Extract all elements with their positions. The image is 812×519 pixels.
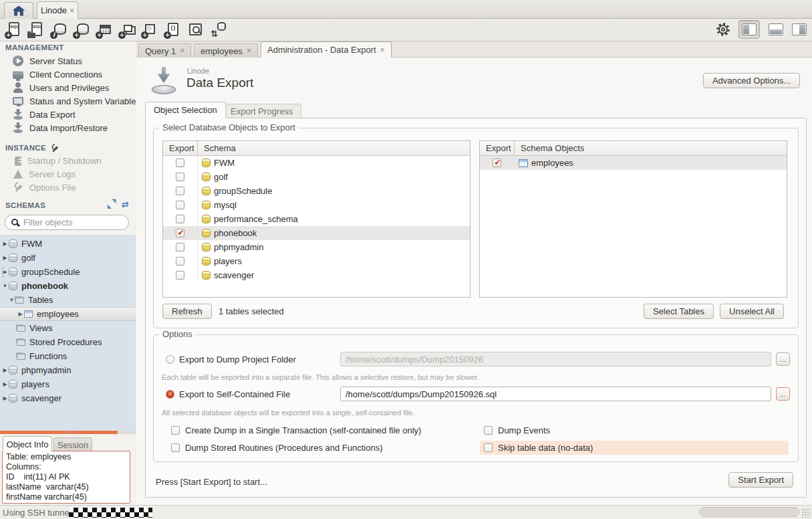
option-checkbox[interactable]: [171, 426, 180, 435]
tree-expand-arrow[interactable]: ▶: [17, 311, 24, 317]
export-checkbox[interactable]: [176, 201, 184, 209]
export-checkbox[interactable]: [176, 215, 184, 223]
tree-item[interactable]: ▶ golf: [0, 251, 136, 265]
sidebar-item-data-export[interactable]: Data Export: [0, 108, 136, 121]
create-schema-icon[interactable]: [73, 21, 91, 39]
schema-row[interactable]: mysql: [163, 198, 470, 212]
sidebar-splitter-grip[interactable]: [2, 268, 4, 278]
option-checkbox-row: Create Dump in a Single Transaction (sel…: [167, 423, 480, 437]
create-view-icon[interactable]: [118, 21, 136, 39]
tree-item[interactable]: ▶ groupSchedule: [0, 265, 136, 279]
schema-row[interactable]: players: [163, 254, 470, 268]
close-icon[interactable]: ×: [70, 6, 74, 15]
schema-row[interactable]: FWM: [163, 156, 470, 170]
tree-item[interactable]: Views: [0, 321, 136, 335]
tree-expand-arrow[interactable]: ▶: [1, 395, 9, 401]
editor-tab[interactable]: Query 1×: [138, 43, 191, 58]
tree-item[interactable]: ▶ scavenger: [0, 391, 136, 405]
export-checkbox[interactable]: [176, 229, 184, 237]
editor-tab[interactable]: Administration - Data Export×: [261, 41, 392, 58]
tab-export-progress[interactable]: Export Progress: [222, 104, 301, 118]
schema-row[interactable]: golf: [163, 170, 470, 184]
new-sql-tab-icon[interactable]: [5, 21, 23, 39]
schema-inspector-icon[interactable]: [50, 21, 68, 39]
option-checkbox[interactable]: [484, 426, 493, 435]
export-checkbox[interactable]: [176, 243, 184, 251]
toggle-left-panel-button[interactable]: [738, 20, 760, 39]
select-tables-button[interactable]: Select Tables: [644, 304, 714, 319]
sidebar-item-server-logs[interactable]: Server Logs: [0, 167, 136, 181]
export-checkbox[interactable]: [176, 257, 184, 266]
sidebar-item-startup-shutdown[interactable]: Startup / Shutdown: [0, 154, 136, 167]
toggle-bottom-panel-button[interactable]: [769, 23, 783, 35]
reconnect-dbms-icon[interactable]: ⇅: [209, 21, 227, 39]
sidebar-item-status-variables[interactable]: Status and System Variables: [0, 94, 136, 108]
tab-session[interactable]: Session: [53, 437, 92, 451]
main-area: Query 1×employees×Administration - Data …: [136, 41, 812, 505]
refresh-button[interactable]: Refresh: [162, 304, 212, 319]
unselect-all-button[interactable]: Unselect All: [720, 304, 784, 319]
startup-shutdown-icon: [15, 157, 21, 166]
home-tab[interactable]: [4, 2, 33, 19]
connection-tab[interactable]: Linode ×: [37, 1, 78, 19]
tab-object-selection[interactable]: Object Selection: [145, 102, 226, 118]
window-resize-grip[interactable]: [801, 508, 811, 518]
create-function-icon[interactable]: [164, 21, 182, 39]
object-row[interactable]: employees: [480, 156, 787, 170]
search-table-data-icon[interactable]: [186, 21, 205, 39]
create-procedure-icon[interactable]: [141, 21, 159, 39]
sidebar-item-users-privileges[interactable]: Users and Privileges: [0, 81, 136, 94]
dump-folder-path-input[interactable]: [340, 352, 771, 367]
create-table-icon[interactable]: [96, 21, 114, 39]
export-checkbox[interactable]: [493, 159, 501, 167]
tree-expand-arrow[interactable]: ▼: [1, 283, 9, 289]
tree-expand-arrow[interactable]: ▼: [8, 297, 15, 303]
tree-item[interactable]: Stored Procedures: [0, 335, 136, 349]
close-icon[interactable]: ×: [180, 46, 184, 56]
tree-expand-arrow[interactable]: ▶: [1, 241, 9, 247]
export-checkbox[interactable]: [176, 159, 184, 167]
start-export-button[interactable]: Start Export: [728, 472, 793, 488]
expand-schemas-icon[interactable]: [108, 200, 116, 209]
dump-folder-browse-button[interactable]: ...: [776, 352, 790, 366]
tree-item[interactable]: ▶ employees: [0, 307, 136, 321]
tree-item[interactable]: ▶ phpmyadmin: [0, 363, 136, 377]
filter-objects-input[interactable]: [23, 217, 110, 227]
option-checkbox[interactable]: [484, 443, 493, 452]
tree-item[interactable]: ▼ Tables: [0, 293, 136, 307]
sidebar-item-client-connections[interactable]: Client Connections: [0, 68, 136, 81]
preferences-gear-icon[interactable]: [716, 23, 730, 36]
tree-item[interactable]: ▼ phonebook: [0, 279, 136, 293]
tree-item[interactable]: Functions: [0, 349, 136, 363]
tree-expand-arrow[interactable]: ▶: [1, 381, 9, 387]
refresh-schemas-icon[interactable]: ⇄: [122, 200, 129, 209]
export-checkbox[interactable]: [176, 271, 184, 280]
single-file-path-input[interactable]: [340, 387, 771, 401]
close-icon[interactable]: ×: [247, 46, 251, 56]
schema-row[interactable]: performance_schema: [163, 212, 470, 226]
single-file-browse-button[interactable]: ...: [776, 387, 790, 401]
single-file-radio[interactable]: [166, 390, 174, 399]
sidebar-item-options-file[interactable]: Options File: [0, 181, 136, 194]
open-sql-script-icon[interactable]: [27, 21, 45, 39]
tab-object-info[interactable]: Object Info: [3, 436, 52, 451]
close-icon[interactable]: ×: [380, 45, 385, 55]
dump-folder-radio[interactable]: [166, 355, 174, 364]
schema-row[interactable]: phonebook: [163, 226, 470, 240]
schema-row[interactable]: scavenger: [163, 268, 470, 282]
editor-tab[interactable]: employees×: [194, 43, 258, 58]
schema-row[interactable]: groupSchedule: [163, 184, 470, 198]
horizontal-scrollbar-thumb[interactable]: [699, 507, 799, 517]
schema-row[interactable]: phpmyadmin: [163, 240, 470, 254]
tree-item[interactable]: ▶ FWM: [0, 237, 136, 251]
sidebar-item-data-import[interactable]: Data Import/Restore: [0, 121, 136, 134]
tree-expand-arrow[interactable]: ▶: [1, 255, 9, 261]
advanced-options-button[interactable]: Advanced Options...: [703, 73, 800, 88]
sidebar-item-server-status[interactable]: Server Status: [0, 54, 136, 68]
tree-item[interactable]: ▶ players: [0, 377, 136, 391]
toggle-right-panel-button[interactable]: [792, 23, 807, 35]
export-checkbox[interactable]: [176, 173, 184, 181]
export-checkbox[interactable]: [176, 187, 184, 195]
tree-expand-arrow[interactable]: ▶: [1, 367, 9, 373]
option-checkbox[interactable]: [171, 443, 180, 452]
